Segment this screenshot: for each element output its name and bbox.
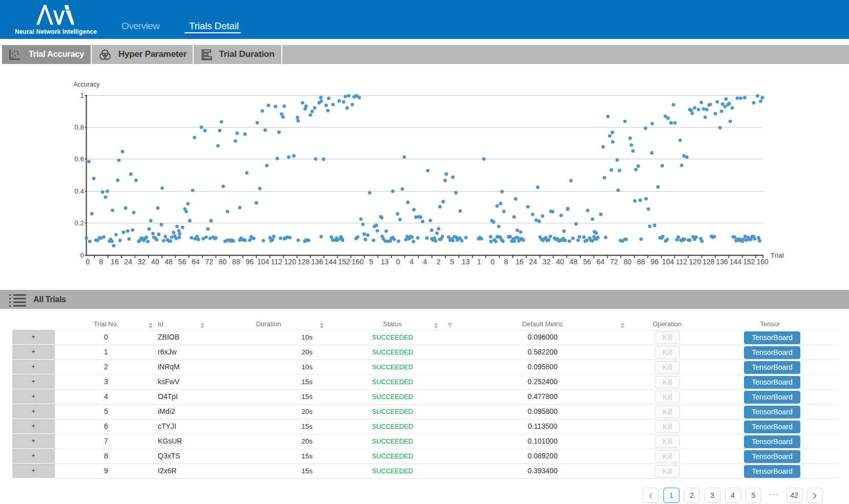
svg-text:24: 24 <box>124 258 132 266</box>
svg-text:88: 88 <box>637 258 645 266</box>
svg-text:104: 104 <box>662 258 674 266</box>
svg-text:96: 96 <box>651 258 659 266</box>
svg-text:0: 0 <box>80 251 84 259</box>
svg-text:2: 2 <box>437 258 441 266</box>
svg-text:64: 64 <box>596 258 605 266</box>
svg-text:120: 120 <box>284 258 297 266</box>
svg-text:64: 64 <box>192 258 200 266</box>
svg-text:112: 112 <box>676 258 688 266</box>
svg-text:72: 72 <box>205 258 214 266</box>
svg-text:13: 13 <box>381 258 389 266</box>
svg-text:40: 40 <box>556 258 564 266</box>
svg-text:Trial: Trial <box>771 251 784 259</box>
svg-text:8: 8 <box>504 258 508 266</box>
svg-text:144: 144 <box>325 258 337 266</box>
svg-text:4: 4 <box>410 258 414 266</box>
svg-text:0: 0 <box>396 258 400 266</box>
svg-text:128: 128 <box>702 258 715 266</box>
svg-text:8: 8 <box>99 258 103 266</box>
svg-text:128: 128 <box>298 258 310 266</box>
svg-text:1: 1 <box>477 258 481 266</box>
svg-text:0.4: 0.4 <box>74 187 84 195</box>
svg-text:0: 0 <box>491 258 495 266</box>
svg-text:88: 88 <box>232 258 240 266</box>
svg-text:16: 16 <box>515 258 524 266</box>
svg-text:104: 104 <box>257 258 270 266</box>
svg-text:136: 136 <box>311 258 323 266</box>
svg-text:40: 40 <box>151 258 159 266</box>
svg-text:4: 4 <box>423 258 427 266</box>
svg-text:96: 96 <box>246 258 254 266</box>
svg-text:48: 48 <box>164 258 173 266</box>
svg-text:32: 32 <box>138 258 146 266</box>
svg-text:152: 152 <box>743 258 755 266</box>
svg-text:Accuracy: Accuracy <box>73 81 100 88</box>
svg-text:0: 0 <box>86 258 90 266</box>
svg-text:136: 136 <box>716 258 729 266</box>
svg-text:32: 32 <box>543 258 551 266</box>
svg-text:80: 80 <box>624 258 632 266</box>
svg-text:160: 160 <box>351 258 364 266</box>
svg-text:13: 13 <box>462 258 470 266</box>
svg-text:5: 5 <box>369 258 373 266</box>
svg-text:80: 80 <box>219 258 227 266</box>
svg-text:0.6: 0.6 <box>74 155 84 163</box>
svg-text:72: 72 <box>610 258 618 266</box>
svg-text:16: 16 <box>111 258 119 266</box>
svg-text:1: 1 <box>80 92 84 99</box>
svg-text:144: 144 <box>730 258 742 266</box>
svg-text:0.8: 0.8 <box>74 123 84 131</box>
svg-text:48: 48 <box>570 258 578 266</box>
svg-text:120: 120 <box>689 258 701 266</box>
svg-text:0.2: 0.2 <box>74 219 84 227</box>
svg-text:152: 152 <box>338 258 350 266</box>
svg-text:160: 160 <box>757 258 769 266</box>
svg-text:5: 5 <box>450 258 454 266</box>
svg-text:56: 56 <box>583 258 591 266</box>
svg-text:56: 56 <box>178 258 187 266</box>
svg-text:112: 112 <box>271 258 283 266</box>
svg-text:24: 24 <box>529 258 537 266</box>
